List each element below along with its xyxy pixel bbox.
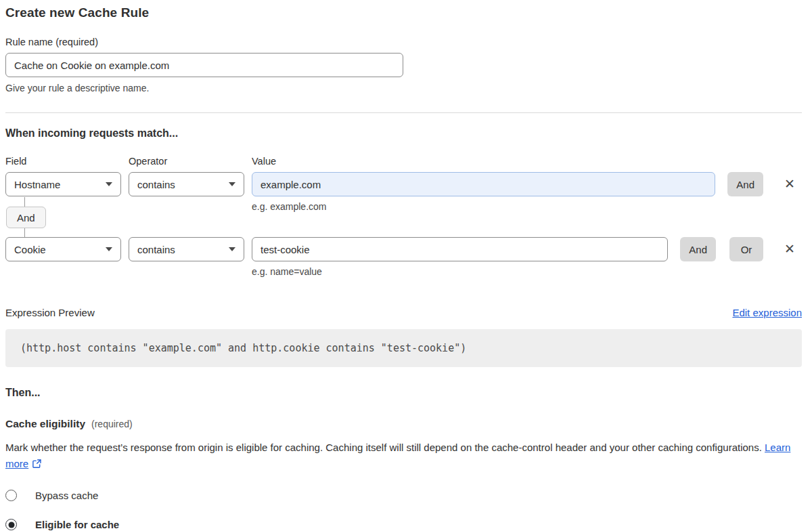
match-section: When incoming requests match... Field Op…	[5, 127, 802, 277]
rule-name-section: Rule name (required) Give your rule a de…	[5, 37, 802, 93]
radio-label-bypass-cache: Bypass cache	[35, 490, 98, 501]
radio-selected-icon[interactable]	[5, 519, 17, 530]
add-and-condition-button[interactable]: And	[6, 207, 46, 228]
chevron-down-icon	[106, 247, 112, 251]
value-hint-1: e.g. example.com	[252, 201, 715, 212]
field-column-label: Field	[5, 156, 129, 167]
radio-option-eligible-for-cache[interactable]: Eligible for cache	[5, 519, 802, 530]
expression-preview-label: Expression Preview	[5, 307, 95, 318]
radio-option-bypass-cache[interactable]: Bypass cache	[5, 490, 802, 501]
rule-name-help: Give your rule a descriptive name.	[5, 83, 802, 93]
chevron-down-icon	[229, 182, 235, 186]
value-column-1: e.g. example.com	[252, 172, 715, 212]
required-tag: (required)	[91, 419, 133, 429]
or-button-row-2[interactable]: Or	[729, 237, 763, 261]
description-text: Mark whether the request’s response from…	[5, 442, 762, 453]
field-select-1-value: Hostname	[14, 179, 60, 190]
cache-eligibility-section: Cache eligibility (required) Mark whethe…	[5, 418, 802, 530]
close-icon[interactable]: ✕	[777, 172, 802, 196]
operator-select-2-value: contains	[137, 244, 175, 255]
cache-eligibility-heading: Cache eligibility	[5, 418, 85, 430]
value-column-label: Value	[252, 156, 802, 167]
and-button-row-2[interactable]: And	[680, 237, 716, 261]
create-cache-rule-page: Create new Cache Rule Rule name (require…	[0, 0, 812, 531]
chevron-down-icon	[229, 247, 235, 251]
radio-label-eligible-for-cache: Eligible for cache	[35, 519, 119, 530]
rule-name-input[interactable]	[5, 53, 403, 77]
operator-column-label: Operator	[129, 156, 252, 167]
value-hint-2: e.g. name=value	[252, 266, 668, 277]
value-input-2[interactable]	[252, 237, 668, 261]
filter-row-1: Hostname contains e.g. example.com And ✕	[5, 172, 802, 212]
match-heading: When incoming requests match...	[5, 127, 802, 140]
expression-code-block: (http.host contains "example.com" and ht…	[5, 329, 802, 367]
then-heading: Then...	[5, 387, 802, 399]
field-select-2-value: Cookie	[14, 244, 46, 255]
field-select-2[interactable]: Cookie	[5, 237, 121, 261]
rule-name-label: Rule name (required)	[5, 37, 802, 47]
field-select-1[interactable]: Hostname	[5, 172, 121, 196]
row-connector: And	[5, 197, 60, 237]
cache-eligibility-description: Mark whether the request’s response from…	[5, 440, 794, 472]
operator-select-2[interactable]: contains	[129, 237, 244, 261]
connector-line	[24, 197, 25, 207]
operator-select-1[interactable]: contains	[129, 172, 244, 196]
operator-select-1-value: contains	[137, 179, 175, 190]
radio-icon[interactable]	[5, 490, 17, 501]
value-column-2: e.g. name=value	[252, 237, 668, 277]
section-divider	[5, 112, 802, 113]
external-link-icon	[32, 459, 42, 469]
column-labels: Field Operator Value	[5, 156, 802, 167]
connector-line	[24, 228, 25, 237]
filter-row-2: Cookie contains e.g. name=value And Or ✕	[5, 237, 802, 277]
and-button-row-1[interactable]: And	[727, 172, 763, 196]
edit-expression-link[interactable]: Edit expression	[732, 307, 802, 318]
page-title: Create new Cache Rule	[5, 5, 802, 20]
chevron-down-icon	[106, 182, 112, 186]
close-icon[interactable]: ✕	[777, 237, 802, 261]
expression-preview-section: Expression Preview Edit expression (http…	[5, 307, 802, 367]
value-input-1[interactable]	[252, 172, 715, 196]
